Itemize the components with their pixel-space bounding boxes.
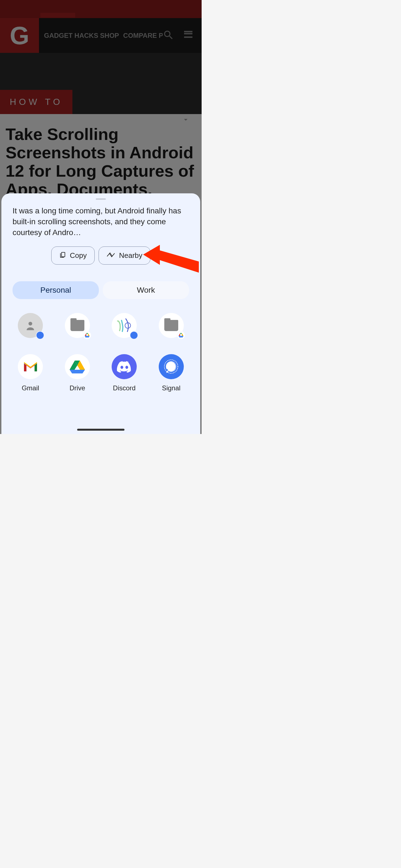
svg-marker-10 xyxy=(182,333,183,336)
tab-work[interactable]: Work xyxy=(103,281,189,299)
svg-marker-4 xyxy=(86,333,88,334)
share-sheet: It was a long time coming, but Android f… xyxy=(1,193,200,434)
share-preview-text: It was a long time coming, but Android f… xyxy=(1,205,200,247)
discord-icon xyxy=(112,354,137,379)
contact-target[interactable] xyxy=(9,313,51,343)
nearby-button[interactable]: Nearby xyxy=(98,247,150,265)
annotation-arrow xyxy=(143,245,202,273)
svg-marker-9 xyxy=(180,333,182,334)
drive-badge-icon xyxy=(83,331,91,339)
copy-button[interactable]: Copy xyxy=(51,247,95,265)
svg-marker-11 xyxy=(178,333,180,336)
copy-icon xyxy=(59,251,66,260)
avatar-icon xyxy=(112,313,137,338)
drive-folder-target-2[interactable] xyxy=(150,313,192,343)
svg-marker-12 xyxy=(178,336,183,338)
signal-badge-icon xyxy=(36,331,44,339)
gmail-icon xyxy=(18,354,43,379)
tab-personal[interactable]: Personal xyxy=(12,281,99,299)
drive-badge-icon xyxy=(177,331,185,339)
app-signal[interactable]: Signal xyxy=(150,354,192,392)
svg-rect-0 xyxy=(61,252,65,257)
svg-marker-17 xyxy=(69,370,85,373)
app-discord[interactable]: Discord xyxy=(103,354,145,392)
drag-handle[interactable] xyxy=(96,198,106,200)
app-gmail[interactable]: Gmail xyxy=(9,354,51,392)
svg-marker-5 xyxy=(88,333,90,336)
nearby-label: Nearby xyxy=(119,251,142,260)
apps-row: Gmail Drive Disc xyxy=(1,343,200,392)
signal-icon xyxy=(159,354,184,379)
nearby-icon xyxy=(107,251,115,260)
folder-icon xyxy=(159,313,184,338)
svg-marker-6 xyxy=(85,333,86,336)
svg-point-2 xyxy=(29,321,32,325)
app-label: Gmail xyxy=(22,384,39,392)
profile-tabs: Personal Work xyxy=(1,273,200,302)
person-icon xyxy=(18,313,43,338)
svg-marker-1 xyxy=(143,245,199,273)
folder-icon xyxy=(65,313,90,338)
drive-folder-target-1[interactable] xyxy=(57,313,98,343)
app-drive[interactable]: Drive xyxy=(57,354,98,392)
gesture-bar[interactable] xyxy=(77,429,124,431)
app-label: Drive xyxy=(69,384,85,392)
recent-targets-row xyxy=(1,302,200,343)
app-label: Signal xyxy=(162,384,180,392)
contact-target-2[interactable] xyxy=(103,313,145,343)
svg-marker-7 xyxy=(85,336,89,338)
app-label: Discord xyxy=(113,384,136,392)
signal-badge-icon xyxy=(130,331,138,339)
drive-icon xyxy=(65,354,90,379)
copy-label: Copy xyxy=(70,251,87,260)
